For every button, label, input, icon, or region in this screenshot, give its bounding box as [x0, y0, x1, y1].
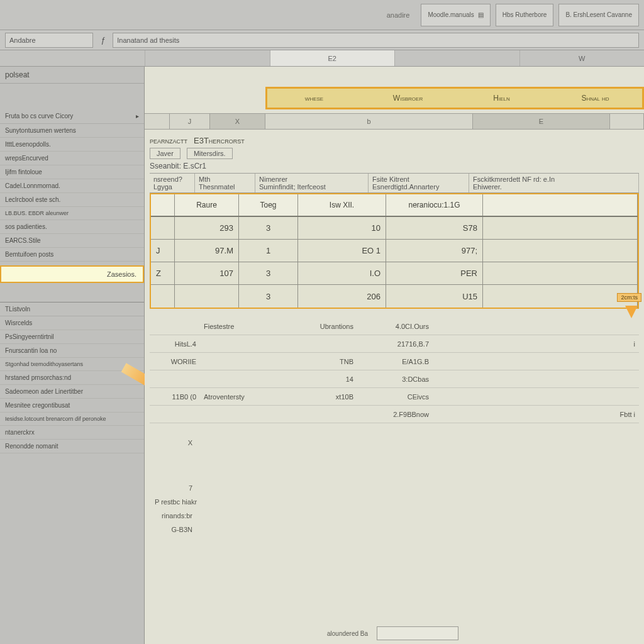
col-header-e[interactable]: E: [473, 114, 610, 129]
cell[interactable]: J: [151, 240, 175, 262]
sum-cell: Ubrantions: [282, 323, 357, 330]
sum-cell[interactable]: CEivcs: [357, 393, 433, 401]
nav-item[interactable]: Iesidse.lotcount brenarcorn dif peronoke: [0, 413, 144, 426]
table-row: 293 3 10 S78: [151, 217, 638, 240]
sum-cell[interactable]: E/A1G.B: [357, 358, 433, 365]
sum-cell[interactable]: WORIIE: [150, 358, 200, 365]
doc-pill-1[interactable]: Javer: [150, 148, 180, 159]
nav-item[interactable]: Sunytontusumen wertens: [0, 124, 144, 138]
sum-cell[interactable]: Fbtt i: [433, 411, 639, 418]
ribbon-tab-2[interactable]: Wisbroer: [361, 89, 455, 108]
sum-cell[interactable]: 11B0 (0: [150, 393, 200, 401]
nav-title: polseat: [0, 67, 144, 84]
ribbon-tab-4[interactable]: Shnal hd: [548, 89, 642, 108]
toolbar-btn-hbs[interactable]: Hbs Rutherbore: [496, 4, 554, 26]
select-all-corner[interactable]: [145, 114, 170, 129]
th[interactable]: [151, 194, 175, 216]
nav-item[interactable]: Cadel.Lonnmornad.: [0, 179, 144, 193]
doc-pill-2[interactable]: Mitersdirs.: [187, 148, 233, 159]
ruler-col-2[interactable]: E2: [270, 50, 395, 66]
nav-group-2[interactable]: TListvoln: [0, 302, 144, 316]
nav-item[interactable]: Fnurscantin loa no: [0, 344, 144, 358]
name-box[interactable]: Andabre: [5, 33, 93, 48]
sum-cell[interactable]: 21716,B.7: [357, 340, 433, 348]
nav-item[interactable]: Wisrcelds: [0, 316, 144, 330]
ribbon-tab-3[interactable]: Hieln: [455, 89, 548, 108]
nav-item[interactable]: Bemtuifoen posts: [0, 248, 144, 262]
th[interactable]: Toeg: [239, 194, 298, 216]
nav-item[interactable]: ItttLesenopdolls.: [0, 138, 144, 152]
grp-c1b: Thesnmatel: [199, 183, 251, 191]
cell[interactable]: [483, 217, 638, 239]
cell[interactable]: 977;: [386, 240, 483, 262]
toolbar-btn-models[interactable]: Moodle.manuals ▤: [421, 4, 490, 26]
nav-item[interactable]: EARCS.Stile: [0, 234, 144, 248]
col-header-b[interactable]: b: [265, 114, 473, 129]
cell[interactable]: EO 1: [298, 240, 386, 262]
ruler-col-3[interactable]: [394, 50, 519, 66]
sheet-cell[interactable]: [377, 626, 458, 640]
nav-item[interactable]: Leclrcbool este sch.: [0, 193, 144, 207]
ruler-col-1[interactable]: [145, 50, 270, 66]
th[interactable]: Isw XII.: [298, 194, 386, 216]
cell[interactable]: [483, 240, 638, 262]
cell[interactable]: 3: [239, 262, 298, 284]
ruler-col-4[interactable]: W: [519, 50, 645, 66]
sum-cell[interactable]: 3:DCbas: [357, 375, 433, 383]
formula-bar[interactable]: Inanatand ad thesits: [113, 33, 639, 48]
sheet-tab[interactable]: aloundered Ba: [327, 630, 368, 637]
nav-item[interactable]: Renondde nomanit: [0, 440, 144, 453]
sum-cell[interactable]: 14: [282, 375, 357, 383]
nav-item[interactable]: Sadeomeon ader Linertitber: [0, 385, 144, 399]
toolbar-btn-ersh[interactable]: B. ErshLesent Cavanne: [558, 4, 639, 26]
sum-cell[interactable]: xt10B: [282, 393, 357, 401]
cell[interactable]: [151, 285, 175, 308]
cell[interactable]: 97.M: [175, 240, 239, 262]
col-header-rest[interactable]: [610, 114, 644, 129]
nav-item[interactable]: LB.BUS. EBDR aleunwer: [0, 207, 144, 220]
sum-cell[interactable]: 2.F9BBnow: [357, 411, 433, 418]
sum-cell[interactable]: i: [433, 340, 639, 348]
cell[interactable]: 10: [298, 217, 386, 239]
ribbon-tab-1[interactable]: whese: [267, 89, 361, 108]
cell[interactable]: 107: [175, 262, 239, 284]
col-header-j[interactable]: J: [170, 114, 210, 129]
nav-item-highlighted[interactable]: Zasesios.: [0, 265, 144, 283]
cell[interactable]: 3: [239, 285, 298, 308]
cell[interactable]: Z: [151, 262, 175, 284]
cell[interactable]: 293: [175, 217, 239, 239]
nav-item[interactable]: Ijifm fintoloue: [0, 165, 144, 179]
cell[interactable]: U15: [386, 285, 483, 308]
nav-item[interactable]: Mesnitee cregontibusat: [0, 399, 144, 413]
th[interactable]: neraniocu:1.1G: [386, 194, 483, 216]
cell[interactable]: [483, 285, 638, 308]
table-row: 3 206 U15: [151, 285, 638, 308]
summary-block: Fiestestre Ubrantions 4.0CI.Ours HitsL.4…: [150, 318, 639, 423]
nav-section-1[interactable]: Fruta bo cs curve Cicory ▸: [0, 109, 144, 124]
sum-cell[interactable]: TNB: [282, 358, 357, 365]
cell[interactable]: 206: [298, 285, 386, 308]
nav-item[interactable]: hrstaned prnsorchas:nd: [0, 371, 144, 385]
sum-cell[interactable]: HitsL.4: [150, 340, 200, 348]
cell[interactable]: [175, 285, 239, 308]
sum-cell[interactable]: Atroventersty: [200, 393, 282, 401]
cell[interactable]: [483, 262, 638, 284]
fx-icon[interactable]: ƒ: [101, 35, 105, 45]
document-icon: ▤: [478, 11, 484, 18]
nav-item[interactable]: sos padienties.: [0, 220, 144, 234]
cell[interactable]: 1: [239, 240, 298, 262]
summary-header: Fiestestre Ubrantions 4.0CI.Ours: [150, 318, 639, 335]
nav-item[interactable]: PsSingyeerntirtnil: [0, 330, 144, 344]
col-header-x[interactable]: X: [210, 114, 265, 129]
th[interactable]: [483, 194, 638, 216]
cell[interactable]: PER: [386, 262, 483, 284]
cell[interactable]: S78: [386, 217, 483, 239]
nav-item[interactable]: ntanerckrx: [0, 426, 144, 440]
cell[interactable]: [151, 217, 175, 239]
column-ruler: E2 W: [0, 50, 644, 67]
cell[interactable]: I.O: [298, 262, 386, 284]
nav-item[interactable]: wrepsEncurved: [0, 152, 144, 165]
table-badge[interactable]: 2cm:ts: [617, 293, 641, 302]
cell[interactable]: 3: [239, 217, 298, 239]
th[interactable]: Raure: [175, 194, 239, 216]
